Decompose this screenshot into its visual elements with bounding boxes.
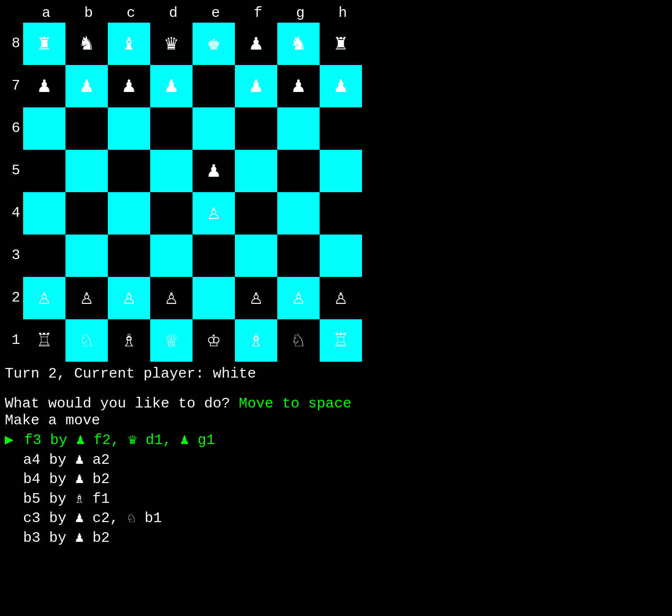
chess-piece: ♝ xyxy=(123,33,136,54)
board-cell[interactable] xyxy=(23,150,65,192)
board-cell[interactable]: ♟ xyxy=(277,65,320,107)
board-cell[interactable] xyxy=(150,107,193,150)
move-by-text: by xyxy=(40,450,75,470)
board-cell[interactable] xyxy=(193,235,235,277)
board-cell[interactable]: ♘ xyxy=(277,319,320,362)
board-cell[interactable] xyxy=(150,192,193,235)
move-item[interactable]: a4 by ♟ a2 xyxy=(5,450,672,470)
row-label: 3 xyxy=(0,247,23,264)
board-cell[interactable]: ♙ xyxy=(320,277,362,319)
board-cell[interactable] xyxy=(65,235,108,277)
move-destination: f3 xyxy=(24,431,41,450)
board-cell[interactable]: ♟ xyxy=(193,150,235,192)
chess-piece: ♙ xyxy=(250,288,263,309)
board-cell[interactable] xyxy=(108,235,150,277)
move-item[interactable]: c3 by ♟ c2, ♘ b1 xyxy=(5,509,672,528)
chess-piece: ♙ xyxy=(207,203,220,224)
board-cell[interactable]: ♝ xyxy=(108,23,150,65)
col-label: a xyxy=(25,5,67,22)
board-cell[interactable]: ♞ xyxy=(277,23,320,65)
board-cell[interactable]: ♚ xyxy=(193,23,235,65)
board-cell[interactable]: ♟ xyxy=(150,65,193,107)
board-cell[interactable] xyxy=(277,107,320,150)
board-cell[interactable]: ♕ xyxy=(150,319,193,362)
board-cell[interactable] xyxy=(320,235,362,277)
board-cell[interactable]: ♜ xyxy=(320,23,362,65)
board-cell[interactable] xyxy=(108,192,150,235)
row-label: 2 xyxy=(0,289,23,306)
board-cell[interactable] xyxy=(277,150,320,192)
row-label: 7 xyxy=(0,78,23,94)
board-cell[interactable]: ♟ xyxy=(108,65,150,107)
board-row: 4♙ xyxy=(0,192,672,235)
move-by-text: by xyxy=(41,431,76,450)
chess-piece: ♙ xyxy=(165,288,178,309)
board-cell[interactable]: ♖ xyxy=(320,319,362,362)
board-cell[interactable] xyxy=(65,192,108,235)
board-cell[interactable]: ♙ xyxy=(65,277,108,319)
move-separator: , xyxy=(111,431,128,450)
prompt-area: What would you like to do? Move to space… xyxy=(0,395,672,429)
board-cell[interactable] xyxy=(23,107,65,150)
board-cell[interactable] xyxy=(65,150,108,192)
prompt-line: What would you like to do? Move to space xyxy=(5,395,672,412)
board-cell[interactable]: ♟ xyxy=(23,65,65,107)
move-item[interactable]: b5 by ♗ f1 xyxy=(5,489,672,509)
board-cell[interactable]: ♗ xyxy=(108,319,150,362)
board-cell[interactable] xyxy=(150,150,193,192)
board-cell[interactable]: ♙ xyxy=(193,192,235,235)
move-by-text: by xyxy=(40,528,75,548)
move-piece-square: g1 xyxy=(197,431,215,450)
move-piece-icon: ♟ xyxy=(76,431,93,450)
board-cell[interactable] xyxy=(277,235,320,277)
board-cell[interactable] xyxy=(235,150,277,192)
move-item[interactable]: ▶ f3 by ♟ f2, ♛ d1, ♟ g1 xyxy=(5,431,672,450)
move-item[interactable]: b4 by ♟ b2 xyxy=(5,470,672,489)
move-item[interactable]: b3 by ♟ b2 xyxy=(5,528,672,548)
board-cell[interactable] xyxy=(320,107,362,150)
board-cell[interactable] xyxy=(108,107,150,150)
board-cell[interactable]: ♘ xyxy=(65,319,108,362)
board-cell[interactable]: ♛ xyxy=(150,23,193,65)
board-cell[interactable] xyxy=(108,150,150,192)
board-row-cells: ♟ xyxy=(23,150,362,192)
board-cell[interactable]: ♙ xyxy=(23,277,65,319)
board-cell[interactable] xyxy=(23,192,65,235)
chess-piece: ♟ xyxy=(123,76,136,97)
move-piece-square: d1 xyxy=(145,431,163,450)
chess-piece: ♞ xyxy=(80,33,93,54)
board-cell[interactable] xyxy=(235,192,277,235)
board-cell[interactable] xyxy=(193,277,235,319)
board-cell[interactable] xyxy=(150,235,193,277)
board-cell[interactable]: ♙ xyxy=(277,277,320,319)
move-piece-icon: ♟ xyxy=(180,431,197,450)
board-cell[interactable]: ♟ xyxy=(320,65,362,107)
board-cell[interactable]: ♗ xyxy=(235,319,277,362)
board-cell[interactable]: ♜ xyxy=(23,23,65,65)
board-cell[interactable]: ♙ xyxy=(150,277,193,319)
board-cell[interactable]: ♖ xyxy=(23,319,65,362)
move-piece-square: b1 xyxy=(144,509,162,528)
board-cell[interactable] xyxy=(65,107,108,150)
board-cell[interactable]: ♔ xyxy=(193,319,235,362)
move-by-text: by xyxy=(40,489,75,509)
board-cell[interactable]: ♟ xyxy=(235,65,277,107)
board-cell[interactable] xyxy=(320,150,362,192)
board-cell[interactable]: ♟ xyxy=(235,23,277,65)
board-row-cells: ♟♟♟♟♟♟♟ xyxy=(23,65,362,107)
board-cell[interactable]: ♙ xyxy=(108,277,150,319)
board-cell[interactable]: ♞ xyxy=(65,23,108,65)
board-cell[interactable] xyxy=(193,65,235,107)
board-cell[interactable] xyxy=(235,235,277,277)
board-cell[interactable] xyxy=(277,192,320,235)
row-label: 5 xyxy=(0,162,23,179)
board-cell[interactable] xyxy=(235,107,277,150)
chess-piece: ♟ xyxy=(207,160,220,182)
board-cell[interactable]: ♙ xyxy=(235,277,277,319)
board-cell[interactable]: ♟ xyxy=(65,65,108,107)
board-row: 3 xyxy=(0,235,672,277)
board-cell[interactable] xyxy=(320,192,362,235)
board-cell[interactable] xyxy=(193,107,235,150)
board-cell[interactable] xyxy=(23,235,65,277)
move-piece-square: b2 xyxy=(92,470,110,489)
